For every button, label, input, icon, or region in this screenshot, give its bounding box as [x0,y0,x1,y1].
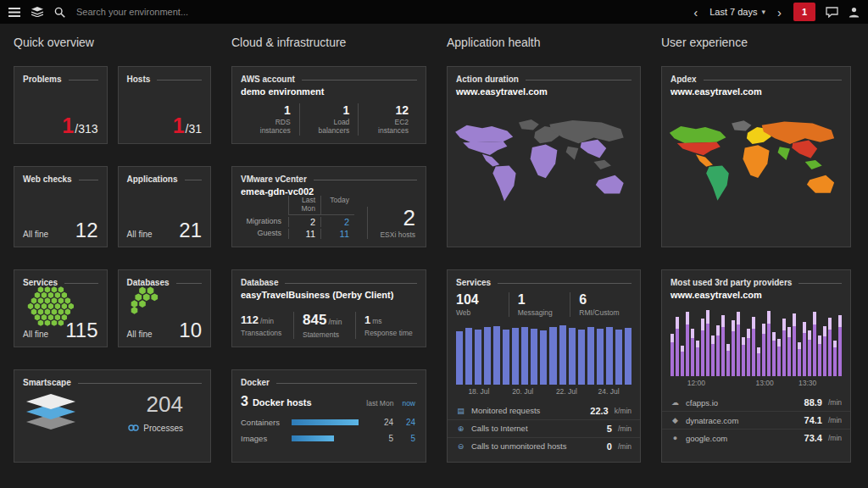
stat-value: 12 [359,103,409,117]
column-user-experience: User experience Apdex www.easytravel.com [661,36,851,488]
map-africa [743,145,769,178]
tile-title: Hosts [127,75,151,84]
time-prev-button[interactable]: ‹ [692,6,699,19]
metric-value: 5 [607,424,612,434]
map-east-asia [581,140,607,158]
tile-smartscape[interactable]: Smartscape 204 Processes [14,369,211,463]
tile-web-checks[interactable]: Web checks All fine 12 [14,166,108,247]
tile-title: Database [241,278,278,287]
time-range-selector[interactable]: Last 7 days ▾ [709,7,765,17]
chevron-down-icon: ▾ [761,8,765,16]
tile-title-rule [78,383,202,384]
tile-title-rule [302,80,417,80]
services-count: 115 [65,320,97,341]
vmware-row-label: Migrations [241,217,288,227]
tile-title: Apdex [670,75,697,84]
tile-databases[interactable]: Databases All fine 10 [118,269,212,347]
stat-label-line1: EC2 [394,118,409,126]
problems-badge[interactable]: 1 [793,3,815,21]
apps-icon[interactable] [31,7,43,17]
stat-value: 112 [241,313,259,326]
tile-title-rule [314,180,417,180]
map-south-america [706,166,729,201]
google-icon: ● [670,434,680,442]
vcenter-name: emea-gdn-vc002 [232,184,426,197]
aws-stats: 1 RDSinstances 1 Loadbalancers 12 EC2ins… [241,103,417,136]
tile-title-rule [185,180,202,180]
map-us [463,141,507,155]
tile-aws-account[interactable]: AWS account demo environment 1 RDSinstan… [231,66,426,144]
vmware-table: Last Mon Today Migrations 2 2 Guests 11 … [241,196,354,239]
tile-applications[interactable]: Applications All fine 21 [118,166,212,247]
providers-chart-x-axis: 12:00 13:00 13:30 [670,379,842,391]
metric-unit: k/min [615,407,632,415]
stat-label-line2: balancers [318,126,349,135]
smartscape-layers-icon [26,394,75,433]
provider-value: 74.1 [804,415,822,425]
dashboard-grid: Quick overview Problems 1 /313 Hosts 1 /… [0,24,868,488]
docker-images-last: 5 [364,434,393,443]
databases-count: 10 [179,320,202,341]
tile-title: Most used 3rd party providers [670,278,792,287]
tile-title-rule [79,180,98,180]
menu-icon[interactable] [8,8,20,17]
stat-value: 1 [364,313,370,326]
services-chart-x-axis: 18. Jul 20. Jul 22. Jul 24. Jul [456,387,632,399]
user-icon[interactable] [849,7,860,18]
stat-unit: /min [260,317,274,325]
smartscape-processes-label: Processes [143,424,183,433]
docker-row-label: Images [241,434,292,443]
column-title-quick-overview: Quick overview [14,36,211,49]
map-us [677,142,721,156]
time-next-button[interactable]: › [776,6,783,19]
tile-services-health[interactable]: Services 104 Web 1 Messaging 6 RMI/Custo [447,269,641,463]
docker-images-bar [292,435,334,441]
esxi-hosts-count: 2 [380,207,415,229]
esxi-hosts-stat: 2 ESXi hosts [367,207,415,239]
tile-hosts[interactable]: Hosts 1 /31 [118,66,212,144]
tile-database[interactable]: Database easyTravelBusiness (Derby Clien… [231,269,426,347]
tile-action-duration[interactable]: Action duration www.easytravel.com [447,66,641,247]
stat-label-line1: Load [333,118,349,126]
tile-title: Smartscape [23,378,71,387]
tile-services[interactable]: Services All fine 115 [14,269,108,347]
vmware-col-last-mon: Last Mon [288,196,320,215]
stat-value: 104 [456,292,509,308]
unmonitored-hosts-icon: ⊖ [456,442,465,451]
esxi-hosts-label: ESXi hosts [380,230,415,239]
provider-name: cfapps.io [686,398,798,408]
metric-unit: /min [618,442,632,451]
map-australia [596,175,624,194]
db-stat-transactions: 112/min Transactions [241,312,293,339]
tile-docker[interactable]: Docker 3 Docker hosts last Mon now Conta… [231,369,426,463]
stat-value: 1 [241,103,291,117]
metric-row-calls-unmonitored: ⊖ Calls to unmonitored hosts 0 /min [448,437,640,455]
services-status: All fine [23,330,48,339]
map-central-america [482,154,499,167]
x-label: 13:00 [755,379,773,387]
tile-third-party-providers[interactable]: Most used 3rd party providers www.easytr… [661,269,851,463]
x-label: 20. Jul [512,387,533,396]
stat-unit: ms [372,317,381,325]
stat-value: 6 [579,292,632,308]
chat-icon[interactable] [826,7,838,18]
map-se-asia [805,160,822,169]
search-input[interactable]: Search your environment... [76,7,188,17]
provider-unit: /min [828,398,842,407]
stat-label-line1: RDS [275,118,291,126]
tile-title: Web checks [23,175,72,184]
docker-row-label: Containers [241,418,292,427]
tile-problems[interactable]: Problems 1 /313 [14,66,108,144]
tile-apdex[interactable]: Apdex www.easytravel.com [661,66,851,247]
provider-value: 73.4 [804,433,822,443]
tile-vmware-vcenter[interactable]: VMware vCenter emea-gdn-vc002 Last Mon T… [231,166,426,247]
vmware-guests-today: 11 [320,229,354,239]
stat-label: Response time [364,329,417,337]
search-icon[interactable] [54,7,65,18]
column-cloud-infrastructure: Cloud & infrastructure AWS account demo … [231,36,426,488]
map-greenland [732,120,751,130]
tile-title-rule [798,283,842,284]
map-south-america [492,165,515,201]
docker-hosts-label: Docker hosts [253,397,312,408]
providers-bar-chart [670,308,842,376]
